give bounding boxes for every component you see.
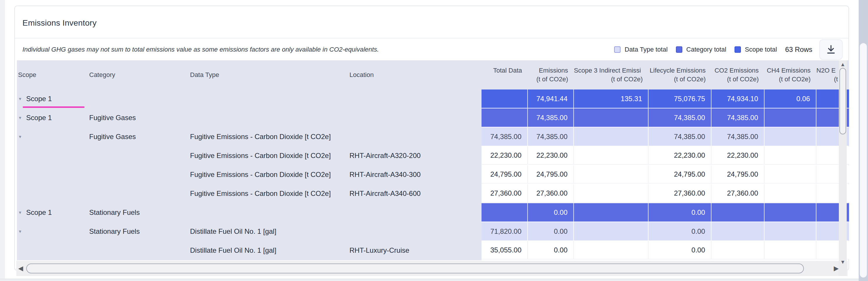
cell-total: [482, 203, 528, 222]
column-header-line1: Lifecycle Emissions: [649, 66, 706, 75]
cell-scope3: [574, 222, 649, 241]
column-header-data_type[interactable]: Data Type: [189, 70, 348, 79]
table-header-row: ScopeCategoryData TypeLocationTotal Data…: [17, 60, 849, 90]
column-header-line2: (t of CO2e): [528, 75, 568, 84]
cell-emissions: 74,941.44: [528, 90, 574, 108]
cell-scope3: [574, 108, 649, 127]
table-row[interactable]: ▼Scope 1Stationary Fuels0.000.00: [17, 203, 849, 222]
cell-scope: [17, 184, 88, 202]
table-body: ▼Scope 174,941.44135.3175,076.7574,934.1…: [17, 90, 849, 259]
legend-item-data-type-total: Data Type total: [614, 46, 668, 53]
table-row[interactable]: Fugitive Emissions - Carbon Dioxide [t C…: [17, 184, 849, 202]
cell-scope: ▼Scope 1: [17, 203, 88, 222]
cell-emissions: 0.00: [528, 241, 574, 259]
cell-data_type: Fugitive Emissions - Carbon Dioxide [t C…: [189, 184, 348, 202]
cell-co2: 22,230.00: [711, 146, 765, 165]
table-row[interactable]: Distillate Fuel Oil No. 1 [gal]RHT-Luxur…: [17, 241, 849, 259]
browser-scrollbar-thumb[interactable]: [860, 43, 867, 278]
cell-emissions: 0.00: [528, 222, 574, 241]
cell-scope: [17, 165, 88, 184]
cell-scope: ▼: [17, 222, 88, 241]
page-bottom-strip: [0, 279, 859, 281]
scope-label: Scope 1: [26, 114, 52, 122]
table-row[interactable]: ▼Scope 1Fugitive Gases74,385.0074,385.00…: [17, 108, 849, 127]
cell-ch4: [765, 165, 816, 184]
table-row[interactable]: Fugitive Emissions - Carbon Dioxide [t C…: [17, 165, 849, 184]
cell-data_type: [189, 90, 348, 108]
table-row[interactable]: Fugitive Emissions - Carbon Dioxide [t C…: [17, 146, 849, 165]
cell-data_type: Distillate Fuel Oil No. 1 [gal]: [189, 241, 348, 259]
cell-category: Stationary Fuels: [88, 222, 189, 241]
download-button[interactable]: [819, 39, 843, 60]
location-label: RHT-Aircraft-A340-600: [349, 189, 421, 198]
cell-category: Fugitive Gases: [88, 127, 189, 146]
legend-label: Data Type total: [625, 46, 668, 53]
horizontal-scrollbar-thumb[interactable]: [26, 263, 804, 274]
legend: Data Type total Category total Scope tot…: [614, 46, 777, 53]
column-header-category[interactable]: Category: [88, 70, 189, 79]
cell-ch4: 0.06: [765, 90, 816, 108]
column-header-line2: (t of CO2e): [765, 75, 811, 84]
cell-location: [348, 127, 482, 146]
cell-total: 71,820.00: [482, 222, 528, 241]
scroll-left-arrow-icon[interactable]: ◀: [16, 265, 25, 272]
emissions-inventory-card: Emissions Inventory Individual GHG gases…: [14, 5, 849, 271]
cell-location: RHT-Aircraft-A340-600: [348, 184, 482, 202]
cell-scope3: 135.31: [574, 90, 649, 108]
column-header-line2: (t of CO2e): [711, 75, 759, 84]
cell-lifecycle: 74,385.00: [649, 127, 711, 146]
cell-scope: ▼: [17, 127, 88, 146]
cell-data_type: [189, 203, 348, 222]
cell-co2: 74,385.00: [711, 127, 765, 146]
cell-data_type: Distillate Fuel Oil No. 1 [gal]: [189, 222, 348, 241]
column-header-co2[interactable]: CO2 Emissions(t of CO2e): [711, 66, 765, 84]
column-header-scope3[interactable]: Scope 3 Indirect Emissi(t of CO2e): [574, 66, 649, 84]
cell-co2: 27,360.00: [711, 184, 765, 202]
column-header-line1: CH4 Emissions: [765, 66, 811, 75]
collapse-triangle-icon[interactable]: ▼: [18, 116, 22, 120]
data_type-label: Distillate Fuel Oil No. 1 [gal]: [190, 227, 276, 236]
collapse-triangle-icon[interactable]: ▼: [18, 210, 22, 215]
cell-emissions: 0.00: [528, 203, 574, 222]
category-total-swatch-icon: [676, 46, 682, 53]
cell-co2: 74,934.10: [711, 90, 765, 108]
column-header-total[interactable]: Total Data: [482, 66, 528, 84]
table-row[interactable]: ▼Scope 174,941.44135.3175,076.7574,934.1…: [17, 90, 849, 108]
note-row: Individual GHG gases may not sum to tota…: [15, 38, 848, 61]
cell-data_type: Fugitive Emissions - Carbon Dioxide [t C…: [189, 127, 348, 146]
column-header-line1: Emissions: [528, 66, 568, 75]
emissions-table: ScopeCategoryData TypeLocationTotal Data…: [17, 60, 849, 260]
collapse-triangle-icon[interactable]: ▼: [18, 134, 22, 139]
vertical-scrollbar-thumb[interactable]: [839, 68, 846, 134]
cell-lifecycle: 75,076.75: [649, 90, 711, 108]
browser-scrollbar[interactable]: [859, 0, 868, 281]
table-horizontal-scrollbar[interactable]: ◀ ▶: [16, 261, 847, 276]
data_type-label: Fugitive Emissions - Carbon Dioxide [t C…: [190, 170, 331, 179]
scroll-down-arrow-icon[interactable]: ▼: [839, 259, 847, 265]
column-header-emissions[interactable]: Emissions(t of CO2e): [528, 66, 574, 84]
legend-label: Scope total: [745, 46, 777, 53]
column-header-ch4[interactable]: CH4 Emissions(t of CO2e): [765, 66, 816, 84]
table-row[interactable]: ▼Stationary FuelsDistillate Fuel Oil No.…: [17, 222, 849, 241]
collapse-triangle-icon[interactable]: ▼: [18, 229, 22, 234]
cell-total: 74,385.00: [482, 127, 528, 146]
cell-lifecycle: 0.00: [649, 222, 711, 241]
table-vertical-scrollbar[interactable]: ▲ ▼: [839, 60, 847, 276]
scope-label: Scope 1: [26, 209, 52, 217]
page: Emissions Inventory Individual GHG gases…: [0, 0, 868, 281]
collapse-triangle-icon[interactable]: ▼: [18, 96, 22, 101]
data_type-label: Fugitive Emissions - Carbon Dioxide [t C…: [190, 133, 331, 141]
column-header-lifecycle[interactable]: Lifecycle Emissions(t of CO2e): [649, 66, 711, 84]
scroll-up-arrow-icon[interactable]: ▲: [839, 62, 847, 68]
column-header-scope[interactable]: Scope: [17, 70, 88, 79]
cell-scope3: [574, 146, 649, 165]
cell-lifecycle: 27,360.00: [649, 184, 711, 202]
column-header-location[interactable]: Location: [348, 70, 482, 79]
cell-location: [348, 222, 482, 241]
cell-data_type: Fugitive Emissions - Carbon Dioxide [t C…: [189, 165, 348, 184]
cell-scope: ▼Scope 1: [17, 108, 88, 127]
table-row[interactable]: ▼Fugitive GasesFugitive Emissions - Carb…: [17, 127, 849, 146]
cell-scope3: [574, 184, 649, 202]
data_type-label: Fugitive Emissions - Carbon Dioxide [t C…: [190, 189, 331, 198]
category-label: Fugitive Gases: [89, 114, 136, 122]
